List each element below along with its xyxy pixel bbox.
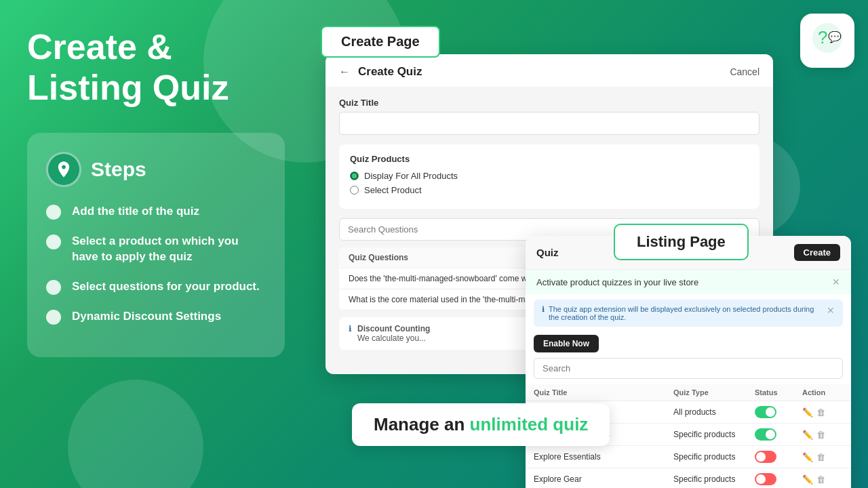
- manage-badge: Manage an unlimited quiz: [352, 403, 610, 446]
- create-quiz-header: ← Create Quiz Cancel: [326, 54, 773, 87]
- quiz-products-section: Quiz Products Display For All Products S…: [339, 144, 760, 209]
- radio-all-products[interactable]: Display For All Products: [350, 171, 749, 181]
- listing-title: Quiz: [536, 247, 559, 258]
- main-title: Create & Listing Quiz: [27, 27, 285, 108]
- listing-page-badge: Listing Page: [614, 224, 749, 260]
- row-actions: ✏️ 🗑: [802, 407, 843, 418]
- quiz-title-label: Quiz Title: [339, 98, 760, 108]
- radio-select-product[interactable]: Select Product: [350, 185, 749, 195]
- manage-prefix: Manage an: [374, 414, 470, 434]
- steps-title: Steps: [91, 158, 146, 181]
- step-4-text: Dynamic Discount Settings: [72, 308, 221, 325]
- listing-create-button[interactable]: Create: [794, 244, 840, 261]
- cancel-button[interactable]: Cancel: [730, 66, 760, 77]
- row-type: All products: [673, 407, 755, 417]
- discount-title: Discount Counting: [357, 324, 430, 333]
- steps-icon: [46, 152, 81, 187]
- steps-header: Steps: [46, 152, 266, 187]
- step-3: Select questions for your product.: [46, 279, 266, 295]
- svg-text:💬: 💬: [828, 30, 842, 43]
- delete-row-icon[interactable]: 🗑: [816, 407, 825, 418]
- listing-panel: Quiz Create Activate product quizzes in …: [526, 236, 851, 488]
- steps-card: Steps Add the title of the quiz Select a…: [27, 133, 285, 358]
- delete-row-icon[interactable]: 🗑: [816, 474, 825, 485]
- quiz-products-label: Quiz Products: [350, 154, 749, 164]
- activate-text: Activate product quizzes in your live st…: [536, 277, 698, 287]
- row-actions: ✏️ 🗑: [802, 452, 843, 462]
- edit-icon[interactable]: ✏️: [802, 452, 813, 462]
- row-title: Explore Gear: [534, 474, 673, 484]
- back-arrow-icon[interactable]: ←: [339, 66, 350, 78]
- edit-icon[interactable]: ✏️: [802, 430, 813, 440]
- activate-banner: Activate product quizzes in your live st…: [526, 270, 851, 294]
- quiz-title-input[interactable]: [339, 112, 760, 135]
- delete-row-icon[interactable]: 🗑: [816, 452, 825, 462]
- row-type: Specific products: [673, 430, 755, 439]
- step-2-text: Select a product on which you have to ap…: [72, 233, 266, 266]
- step-4-dot: [46, 310, 61, 325]
- step-1-text: Add the title of the quiz: [72, 203, 199, 220]
- info-banner-text: The quiz app extension will be displayed…: [549, 305, 823, 321]
- step-4: Dynamic Discount Settings: [46, 308, 266, 325]
- create-quiz-title: ← Create Quiz: [339, 65, 422, 79]
- manage-highlight: unlimited quiz: [470, 414, 589, 434]
- listing-table-header: Quiz Title Quiz Type Status Action: [526, 384, 851, 401]
- status-toggle[interactable]: [755, 406, 776, 418]
- quiz-app-icon-svg: ? 💬: [811, 22, 844, 54]
- app-icon-symbol: ? 💬: [811, 22, 844, 60]
- discount-text: We calculate you...: [357, 333, 430, 343]
- info-icon: ℹ: [349, 324, 352, 333]
- listing-search-input[interactable]: [534, 358, 843, 379]
- info-banner-icon: ℹ: [542, 305, 545, 314]
- left-panel: Create & Listing Quiz Steps Add the titl…: [0, 0, 312, 488]
- svg-text:?: ?: [818, 27, 827, 47]
- step-2: Select a product on which you have to ap…: [46, 233, 266, 266]
- listing-table-row: Explore Gear Specific products ✏️ 🗑: [526, 468, 851, 488]
- row-actions: ✏️ 🗑: [802, 474, 843, 485]
- enable-now-button[interactable]: Enable Now: [534, 335, 599, 352]
- status-toggle[interactable]: [755, 473, 776, 485]
- status-toggle[interactable]: [755, 428, 776, 441]
- step-2-dot: [46, 235, 61, 249]
- row-actions: ✏️ 🗑: [802, 430, 843, 440]
- delete-row-icon[interactable]: 🗑: [816, 430, 825, 440]
- row-title: Explore Essentials: [534, 452, 673, 462]
- app-icon: ? 💬: [800, 14, 854, 68]
- edit-icon[interactable]: ✏️: [802, 474, 813, 485]
- close-activate-icon[interactable]: ✕: [832, 277, 840, 287]
- step-1-dot: [46, 205, 61, 220]
- listing-table-row: Explore Essentials Specific products ✏️ …: [526, 446, 851, 468]
- step-1: Add the title of the quiz: [46, 203, 266, 220]
- row-type: Specific products: [673, 474, 755, 484]
- steps-icon-svg: [54, 160, 73, 179]
- create-page-button[interactable]: Create Page: [321, 26, 440, 58]
- step-3-dot: [46, 280, 61, 295]
- status-toggle[interactable]: [755, 451, 776, 463]
- row-type: Specific products: [673, 452, 755, 462]
- step-3-text: Select questions for your product.: [72, 279, 260, 295]
- close-info-icon[interactable]: ✕: [827, 305, 835, 316]
- edit-icon[interactable]: ✏️: [802, 407, 813, 418]
- info-banner: ℹ The quiz app extension will be display…: [534, 300, 843, 327]
